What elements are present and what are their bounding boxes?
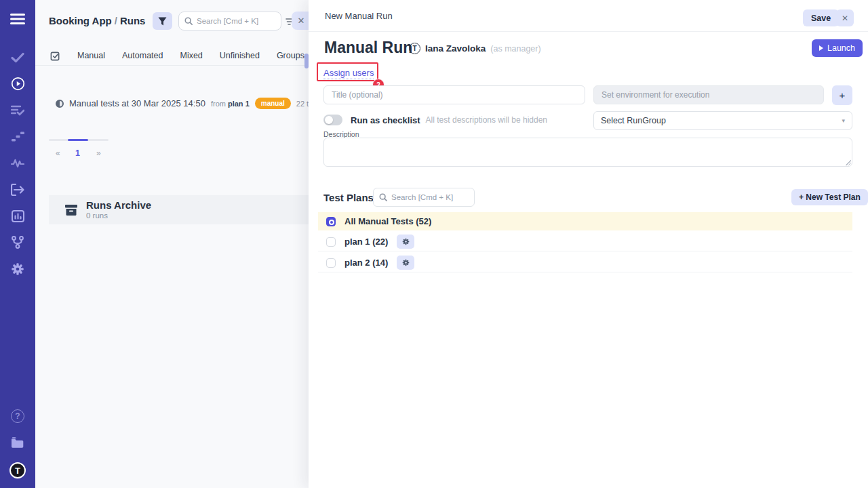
run-plan-name: plan 1 bbox=[228, 100, 250, 108]
projects-folder-icon[interactable] bbox=[0, 429, 35, 455]
breadcrumb: Booking App/Runs bbox=[49, 15, 145, 26]
checkbox-all-manual-tests[interactable] bbox=[326, 217, 336, 226]
checklist-label: Run as checklist bbox=[351, 115, 420, 125]
add-environment-button[interactable]: + bbox=[832, 85, 852, 105]
panel-header-title: New Manual Run bbox=[325, 11, 393, 21]
test-plans-search-input[interactable] bbox=[391, 193, 469, 201]
search-input[interactable] bbox=[197, 17, 275, 25]
tests-check-icon[interactable] bbox=[0, 44, 35, 70]
run-title: Manual tests at 30 Mar 2025 14:50 bbox=[69, 98, 205, 108]
runs-header: Booking App/Runs ✕ bbox=[35, 0, 309, 42]
breadcrumb-page: Runs bbox=[120, 15, 146, 26]
select-all-icon[interactable] bbox=[50, 51, 60, 61]
runs-list-panel: Booking App/Runs ✕ Manual Automated Mixe… bbox=[35, 0, 309, 488]
chevron-down-icon: ▾ bbox=[842, 117, 845, 124]
gear-icon bbox=[402, 238, 410, 245]
settings-gear-icon[interactable] bbox=[0, 256, 35, 282]
test-plan-row-all[interactable]: All Manual Tests (52) bbox=[318, 212, 852, 230]
archive-box-icon bbox=[64, 204, 78, 216]
tab-unfinished[interactable]: Unfinished bbox=[220, 51, 260, 60]
search-icon bbox=[184, 17, 193, 25]
pagination-prev[interactable]: « bbox=[56, 148, 60, 158]
hamburger-menu-icon[interactable] bbox=[0, 5, 35, 32]
checklist-hint: All test descriptions will be hidden bbox=[426, 115, 547, 125]
checkbox-plan-1[interactable] bbox=[326, 237, 336, 247]
runs-tabs: Manual Automated Mixed Unfinished Groups bbox=[35, 46, 309, 66]
run-title-input[interactable] bbox=[323, 85, 585, 104]
gear-icon bbox=[402, 259, 410, 266]
archive-count: 0 runs bbox=[86, 211, 151, 220]
import-icon[interactable] bbox=[0, 176, 35, 203]
tab-mixed[interactable]: Mixed bbox=[180, 51, 202, 60]
plan-1-settings-button[interactable] bbox=[397, 235, 414, 249]
pulse-icon[interactable] bbox=[0, 150, 35, 176]
manager-avatar: T bbox=[409, 43, 420, 54]
runs-play-icon[interactable] bbox=[0, 70, 35, 97]
close-panel-button[interactable]: ✕ bbox=[836, 9, 854, 26]
save-button[interactable]: Save bbox=[803, 9, 839, 26]
resize-handle[interactable] bbox=[846, 160, 851, 165]
run-type-badge: manual bbox=[255, 98, 291, 109]
test-plans-search bbox=[373, 188, 475, 207]
run-status-icon bbox=[56, 100, 64, 108]
test-plans-title: Test Plans bbox=[323, 192, 374, 203]
help-icon[interactable]: ? bbox=[0, 403, 35, 429]
plan-label[interactable]: plan 2 (14) bbox=[344, 258, 388, 268]
manager-name: Iana Zavoloka bbox=[425, 43, 486, 54]
manager-role: (as manager) bbox=[490, 44, 540, 54]
pagination-page-1[interactable]: 1 bbox=[75, 148, 80, 158]
page-title: Manual Run bbox=[324, 39, 412, 57]
run-manager: T Iana Zavoloka (as manager) bbox=[409, 43, 541, 54]
pagination-indicator bbox=[68, 139, 88, 141]
plan-2-settings-button[interactable] bbox=[397, 256, 414, 270]
test-plan-row-1[interactable]: plan 1 (22) bbox=[318, 232, 852, 251]
branches-icon[interactable] bbox=[0, 229, 35, 256]
panel-close-button[interactable]: ✕ bbox=[292, 12, 311, 30]
toggle-knob bbox=[325, 116, 333, 124]
launch-button[interactable]: Launch bbox=[812, 39, 863, 57]
steps-icon[interactable] bbox=[0, 123, 35, 150]
panel-header: New Manual Run Save ✕ bbox=[309, 0, 868, 32]
breadcrumb-project[interactable]: Booking App bbox=[49, 15, 112, 26]
new-manual-run-panel: New Manual Run Save ✕ Manual Run T Iana … bbox=[309, 0, 868, 488]
funnel-icon bbox=[158, 17, 167, 26]
assign-users-link[interactable]: Assign users bbox=[323, 68, 374, 79]
plan-label[interactable]: All Manual Tests (52) bbox=[344, 216, 431, 226]
rungroup-value: Select RunGroup bbox=[601, 116, 666, 125]
tab-groups[interactable]: Groups bbox=[277, 51, 304, 60]
app-logo[interactable]: T bbox=[9, 462, 26, 479]
main-sidebar: ? T bbox=[0, 0, 35, 488]
archive-title: Runs Archive bbox=[86, 200, 151, 211]
test-plan-row-2[interactable]: plan 2 (14) bbox=[318, 253, 852, 272]
run-source: from plan 1 bbox=[211, 100, 250, 108]
tab-automated[interactable]: Automated bbox=[122, 51, 163, 60]
breadcrumb-separator: / bbox=[112, 15, 120, 26]
filter-button[interactable] bbox=[153, 12, 172, 30]
search-icon bbox=[379, 193, 387, 201]
plan-label[interactable]: plan 1 (22) bbox=[344, 237, 388, 247]
pagination-next[interactable]: » bbox=[96, 148, 101, 158]
reports-chart-icon[interactable] bbox=[0, 203, 35, 229]
new-test-plan-button[interactable]: + New Test Plan bbox=[791, 189, 868, 205]
checkbox-plan-2[interactable] bbox=[326, 258, 336, 268]
environment-input[interactable] bbox=[593, 85, 824, 104]
checklist-option: Run as checklist All test descriptions w… bbox=[323, 115, 547, 125]
rungroup-select[interactable]: Select RunGroup ▾ bbox=[593, 111, 852, 130]
run-list-item[interactable]: Manual tests at 30 Mar 2025 14:50 from p… bbox=[56, 98, 322, 109]
run-as-checklist-toggle[interactable] bbox=[323, 115, 342, 125]
play-icon bbox=[819, 45, 823, 51]
tab-manual[interactable]: Manual bbox=[77, 51, 105, 60]
description-textarea[interactable] bbox=[323, 138, 852, 167]
runs-search bbox=[178, 12, 281, 30]
pagination-track bbox=[49, 139, 108, 141]
runs-archive[interactable]: Runs Archive 0 runs bbox=[49, 195, 309, 224]
plans-list-check-icon[interactable] bbox=[0, 97, 35, 123]
